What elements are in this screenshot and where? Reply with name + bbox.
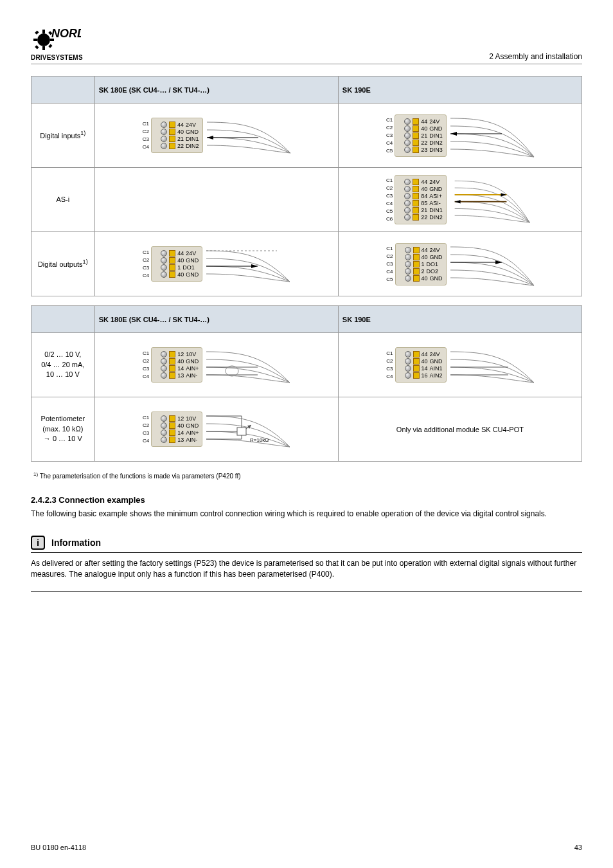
terminal-screw [161, 429, 167, 436]
terminal-clamp [413, 140, 419, 146]
terminal-clamp [169, 351, 175, 357]
terminal-label: DO1 [427, 261, 439, 267]
terminal-screw [405, 247, 411, 253]
terminal-clamp [169, 415, 175, 422]
terminal-num: 44 [421, 118, 427, 125]
svg-point-0 [37, 33, 50, 46]
svg-rect-5 [35, 30, 39, 34]
terminal-label: DIN3 [429, 147, 443, 153]
terminal-label: GND [430, 254, 443, 260]
para-intro: The following basic example shows the mi… [31, 509, 582, 520]
svg-marker-12 [454, 200, 460, 203]
terminal-clamp [169, 358, 175, 365]
terminal-label: 24V [429, 179, 440, 185]
terminal-label: 10V [186, 415, 196, 422]
page-footer: BU 0180 en-4118 43 [31, 844, 582, 851]
terminal-label: GND [186, 129, 199, 135]
terminal-screw [404, 147, 411, 153]
terminal-screw [161, 358, 167, 365]
terminal-label: GND [186, 422, 199, 429]
terminal-screw [405, 261, 411, 267]
terminal-label: DIN2 [429, 140, 443, 146]
svg-text:R=10kΩ: R=10kΩ [250, 437, 269, 443]
terminal-label: AIN2 [430, 372, 443, 379]
terminal-screw [404, 125, 411, 132]
terminal-num: 1 [422, 261, 425, 267]
terminal-screw [161, 372, 167, 379]
terminal-clamp [413, 268, 420, 275]
terminal-screw [161, 136, 167, 142]
terminal-screw [405, 372, 411, 379]
terminal-num: 22 [421, 140, 427, 146]
brand-sub: DRIVESYSTEMS [31, 54, 83, 61]
terminal-label: 24V [186, 250, 196, 257]
terminal-num: 14 [177, 429, 184, 436]
cell-text: Only via additional module SK CU4-POT [396, 426, 524, 433]
t2-h2: SK 190E [338, 306, 582, 333]
terminal-label: AIN+ [186, 365, 199, 372]
row-label: Potentiometer(max. 10 kΩ)→ 0 … 10 V [31, 397, 95, 462]
terminal-clamp [413, 193, 419, 199]
terminal-screw [404, 132, 411, 139]
terminal-clamp [169, 365, 175, 372]
terminal-screw [404, 214, 411, 221]
terminal-clamp [413, 351, 420, 357]
svg-rect-2 [42, 46, 45, 50]
terminal-screw [161, 143, 167, 149]
row-label: 0/2 … 10 V,0/4 … 20 mA, 10 … 10 V [31, 333, 95, 397]
info-title: Information [51, 538, 101, 548]
footnote: 1) The parameterisation of the functions… [33, 471, 582, 481]
terminal-screw [405, 275, 411, 282]
terminal-num: 40 [177, 129, 184, 135]
terminal-screw [405, 254, 411, 260]
terminal-clamp [413, 125, 419, 132]
terminal-clamp [169, 429, 175, 436]
row-label: Digital inputs1) [31, 104, 95, 168]
terminal-label: ASI- [429, 200, 441, 206]
terminal-num: 21 [421, 207, 427, 213]
terminal-label: GND [186, 358, 199, 365]
terminal-num: 40 [177, 257, 184, 264]
terminal-screw [404, 193, 411, 199]
svg-marker-13 [251, 264, 258, 268]
wire-diagram [450, 113, 534, 158]
cell-sk190e: C1C2C3C4C5C6 44 24V 40 GND 84 ASI+ 85 AS… [338, 168, 582, 232]
terminal-num: 23 [421, 147, 427, 153]
cell-sk180e: C1C2C3C4 12 10V 40 GND 14 AIN+ 13 AIN- R… [94, 397, 338, 462]
cell-sk180e: C1C2C3C4 44 24V 40 GND 1 DO1 40 GND [94, 232, 338, 296]
cell-sk190e: C1C2C3C4C5 44 24V 40 GND 1 DO1 2 DO2 40 … [338, 232, 582, 296]
terminal-screw [161, 351, 167, 357]
terminal-label: GND [186, 257, 199, 264]
terminal-clamp [169, 422, 175, 429]
terminal-screw [404, 200, 411, 206]
signals-table-1: SK 180E (SK CU4-… / SK TU4-…) SK 190E Di… [31, 76, 582, 296]
terminal-label: GND [429, 125, 442, 132]
terminal-label: AIN- [186, 437, 197, 443]
terminal-label: DIN1 [429, 207, 443, 213]
terminal-block: 44 24V 40 GND 21 DIN1 22 DIN2 [151, 118, 203, 153]
cell-sk190e: C1C2C3C4 44 24V 40 GND 14 AIN1 16 AIN2 [338, 333, 582, 397]
terminal-label: 24V [430, 247, 440, 253]
footnote-num: 1) [33, 471, 38, 477]
svg-rect-3 [33, 39, 37, 41]
svg-marker-9 [207, 136, 213, 140]
wire-diagram: R=10kΩ [206, 407, 290, 452]
terminal-label: 24V [186, 122, 196, 128]
terminal-clamp [413, 365, 420, 372]
terminal-clamp [169, 271, 175, 278]
terminal-screw [161, 437, 167, 443]
terminal-screw [405, 351, 411, 357]
terminal-num: 84 [421, 193, 427, 199]
wire-diagram [450, 242, 534, 287]
terminal-num: 14 [422, 365, 428, 372]
t2-h1: SK 180E (SK CU4-… / SK TU4-…) [94, 306, 338, 333]
brand-logo: NORD DRIVESYSTEMS [31, 26, 83, 61]
terminal-num: 1 [177, 264, 181, 271]
cell-sk180e: C1C2C3C4 12 10V 40 GND 14 AIN+ 13 AIN- [94, 333, 338, 397]
terminal-screw [161, 264, 167, 271]
terminal-num: 16 [422, 372, 428, 379]
terminal-screw [404, 179, 411, 185]
terminal-num: 21 [177, 136, 184, 142]
terminal-num: 13 [177, 437, 184, 443]
heading-2-4-2-3: 2.4.2.3 Connection examples [31, 495, 582, 505]
